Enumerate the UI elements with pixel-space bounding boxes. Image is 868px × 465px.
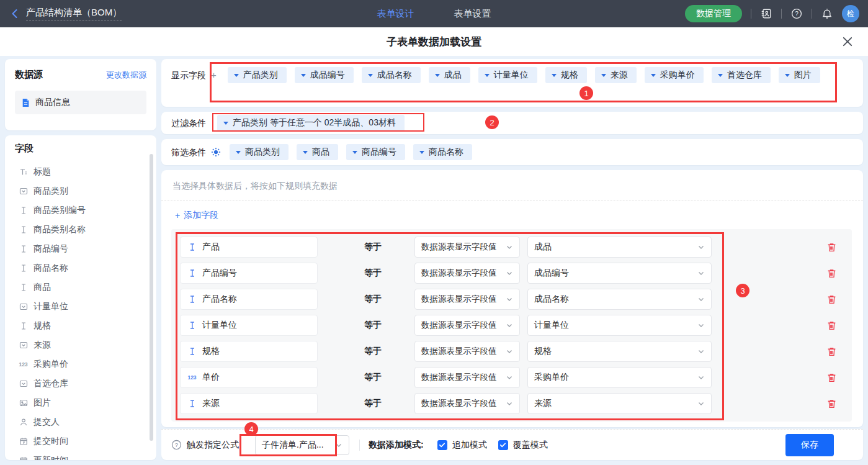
screen-condition-tag[interactable]: 商品编号 [346,144,405,160]
rule-value-select[interactable]: 计量单位 [527,315,712,336]
trash-icon[interactable] [826,242,837,253]
rule-field-select[interactable]: 来源 [180,393,318,414]
append-mode-checkbox[interactable]: 追加模式 [437,440,487,451]
screen-condition-tag[interactable]: 商品 [297,144,338,160]
select-field-icon [19,186,28,196]
sidebar-field-item[interactable]: 商品编号 [15,239,146,258]
sidebar-field-item[interactable]: 提交人 [15,412,146,431]
sidebar-field-item[interactable]: 商品类别 [15,181,146,201]
filter-condition-tag[interactable]: 产品类别 等于任意一个 02半成品、03材料 [217,115,405,131]
chevron-down-icon [506,269,513,277]
rule-source-select[interactable]: 数据源表显示字段值 [414,393,520,414]
notification-bell-icon[interactable] [821,7,833,20]
tab-form-design[interactable]: 表单设计 [377,8,414,20]
caret-down-icon [651,74,656,77]
trash-icon[interactable] [826,294,837,305]
sidebar-field-item[interactable]: 首选仓库 [15,374,146,393]
user-avatar[interactable]: 检 [842,5,859,22]
address-book-icon[interactable] [760,7,772,20]
trash-icon[interactable] [826,399,837,409]
help-icon[interactable]: ? [790,7,803,20]
display-field-tag[interactable]: 产品类别 [228,67,287,83]
sidebar-field-item[interactable]: 商品名称 [15,258,146,278]
rule-source-select[interactable]: 数据源表显示字段值 [414,341,520,362]
rule-field-select[interactable]: 产品编号 [180,263,318,284]
rule-field-label: 产品名称 [202,294,237,305]
rule-source-select[interactable]: 数据源表显示字段值 [414,289,520,310]
rule-value: 计量单位 [534,320,569,331]
sidebar-field-item[interactable]: 规格 [15,316,146,335]
question-circle-icon[interactable]: ? [171,440,182,450]
sidebar-field-item[interactable]: 更新时间 [15,451,146,460]
sidebar-field-item[interactable]: 提交时间 [15,431,146,451]
sidebar-field-item[interactable]: 来源 [15,335,146,354]
screen-condition-tag[interactable]: 商品类别 [230,144,289,160]
display-field-tag[interactable]: 来源 [595,67,637,83]
rule-source-select[interactable]: 数据源表显示字段值 [414,367,520,388]
sidebar-field-item[interactable]: 123 采购单价 [15,354,146,374]
chevron-down-icon [506,374,513,381]
scrollbar-thumb[interactable] [150,154,153,441]
rule-value-select[interactable]: 成品名称 [527,289,712,310]
sidebar-field-item[interactable]: 商品类别编号 [15,201,146,220]
sidebar-field-item[interactable]: 标题 [15,162,146,181]
rule-source-value: 数据源表显示字段值 [421,398,497,409]
screen-condition-tag[interactable]: 商品名称 [413,144,472,160]
fill-rules-hint: 当选择具体数据后，将按如下规则填充数据 [161,170,863,192]
trigger-formula-select[interactable]: 子件清单.产品... [255,435,349,455]
trash-icon[interactable] [826,320,837,331]
chevron-down-icon [506,296,513,303]
add-field-button[interactable]: +添加字段 [175,210,218,221]
rule-value-select[interactable]: 成品 [527,237,712,258]
rule-value-select[interactable]: 规格 [527,341,712,362]
rule-field-select[interactable]: 计量单位 [180,315,318,336]
rule-field-select[interactable]: 123 单价 [180,367,318,388]
tag-label: 商品编号 [362,147,396,158]
divider [161,200,863,201]
rule-operator: 等于 [364,346,399,357]
gear-icon[interactable] [211,147,221,157]
rule-value-select[interactable]: 成品编号 [527,263,712,284]
save-button[interactable]: 保存 [785,434,834,456]
filter-condition-label: 过滤条件 [171,115,206,131]
display-field-tag[interactable]: 首选仓库 [712,67,771,83]
sidebar-field-item[interactable]: 商品类别名称 [15,220,146,239]
sidebar-field-item[interactable]: 商品 [15,278,146,297]
display-field-tag[interactable]: 规格 [545,67,587,83]
display-field-tag[interactable]: 成品 [429,67,470,83]
add-display-field-icon[interactable]: + [211,67,217,99]
datasource-item[interactable]: 商品信息 [15,91,146,114]
chevron-down-icon [335,441,342,449]
tag-label: 采购单价 [660,70,695,81]
back-button[interactable] [10,9,20,19]
trash-icon[interactable] [826,372,837,383]
text-field-icon [19,321,28,330]
change-datasource-link[interactable]: 更改数据源 [106,70,146,81]
rule-operator: 等于 [364,372,399,383]
rule-value-select[interactable]: 采购单价 [527,367,712,388]
data-manage-button[interactable]: 数据管理 [685,5,742,22]
rule-row: 产品编号 等于 数据源表显示字段值 成品编号 [179,263,844,284]
rule-source-select[interactable]: 数据源表显示字段值 [414,237,520,258]
display-field-tag[interactable]: 图片 [779,67,820,83]
sidebar-field-item[interactable]: 图片 [15,393,146,412]
display-field-tag[interactable]: 成品名称 [362,67,421,83]
trash-icon[interactable] [826,268,837,279]
display-field-tag[interactable]: 成品编号 [295,67,354,83]
tab-form-settings[interactable]: 表单设置 [454,8,491,20]
close-icon[interactable] [842,36,853,47]
rule-value: 来源 [534,398,552,409]
rule-field-select[interactable]: 产品名称 [180,289,318,310]
sidebar-field-item[interactable]: 计量单位 [15,297,146,316]
display-field-tag[interactable]: 计量单位 [478,67,537,83]
rule-source-select[interactable]: 数据源表显示字段值 [414,315,520,336]
rule-field-select[interactable]: 规格 [180,341,318,362]
rule-field-select[interactable]: 产品 [180,237,318,258]
rule-source-select[interactable]: 数据源表显示字段值 [414,263,520,284]
overwrite-mode-checkbox[interactable]: 覆盖模式 [498,440,548,451]
display-field-tag[interactable]: 采购单价 [645,67,704,83]
rule-value-select[interactable]: 来源 [527,393,712,414]
chevron-down-icon [506,243,513,251]
trash-icon[interactable] [826,346,837,357]
text-field-icon [19,244,28,253]
